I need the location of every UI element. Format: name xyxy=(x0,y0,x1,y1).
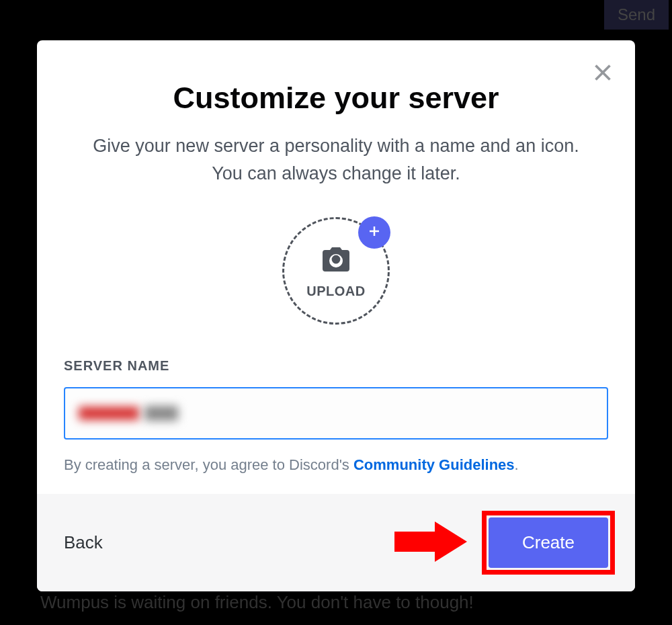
modal-subtitle: Give your new server a personality with … xyxy=(64,132,608,187)
close-icon xyxy=(591,75,615,87)
disclaimer-prefix: By creating a server, you agree to Disco… xyxy=(64,456,353,473)
upload-icon-button[interactable]: UPLOAD xyxy=(282,217,390,325)
plus-icon xyxy=(366,223,382,242)
customize-server-modal: Customize your server Give your new serv… xyxy=(37,40,635,591)
svg-marker-4 xyxy=(394,522,467,562)
disclaimer-text: By creating a server, you agree to Disco… xyxy=(64,456,608,474)
back-button[interactable]: Back xyxy=(64,526,103,560)
plus-badge xyxy=(358,216,390,249)
annotation-arrow xyxy=(394,518,468,568)
redacted-content xyxy=(144,406,178,421)
background-send-button: Send xyxy=(604,0,669,30)
modal-footer: Back Create xyxy=(37,494,635,591)
camera-icon xyxy=(320,243,352,278)
close-button[interactable] xyxy=(591,60,615,87)
modal-title: Customize your server xyxy=(64,81,608,116)
disclaimer-suffix: . xyxy=(515,456,519,473)
background-wumpus-text: Wumpus is waiting on friends. You don't … xyxy=(40,592,474,613)
server-name-input[interactable] xyxy=(64,387,608,440)
upload-zone: UPLOAD xyxy=(64,217,608,325)
community-guidelines-link[interactable]: Community Guidelines xyxy=(353,456,515,473)
upload-label: UPLOAD xyxy=(306,284,365,299)
create-button[interactable]: Create xyxy=(489,517,608,568)
modal-body: Customize your server Give your new serv… xyxy=(37,40,635,494)
create-button-wrapper: Create xyxy=(394,517,608,568)
server-name-label: SERVER NAME xyxy=(64,358,608,374)
redacted-content xyxy=(79,407,139,420)
